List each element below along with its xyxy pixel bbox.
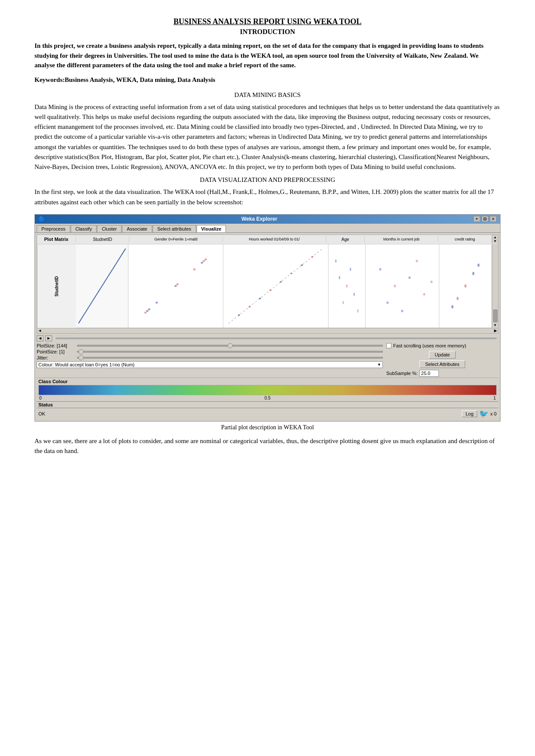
svg-point-2 — [146, 310, 148, 312]
svg-point-38 — [477, 263, 479, 267]
jitter-thumb[interactable] — [78, 355, 84, 360]
plot-matrix-body: StudnetID — [37, 244, 498, 328]
nav-right-button[interactable]: ► — [45, 335, 52, 341]
section1-body: Data Mining is the process of extracting… — [34, 102, 501, 172]
plot-col-age: Age — [326, 236, 365, 243]
svg-point-21 — [338, 276, 340, 279]
controls-row: PlotSize: [144] PointSize: [1] Jitter: — [37, 343, 498, 377]
svg-point-17 — [280, 281, 282, 283]
colour-dropdown-arrow: ▼ — [377, 362, 381, 367]
svg-point-15 — [259, 297, 261, 299]
controls-left: PlotSize: [144] PointSize: [1] Jitter: — [37, 343, 383, 369]
fast-scroll-row: Fast scrolling (uses more memory) — [386, 343, 498, 348]
colour-min: 0 — [39, 396, 42, 400]
svg-point-19 — [301, 264, 303, 266]
plot-cell-4 — [329, 244, 366, 328]
tab-associate[interactable]: Associate — [122, 225, 152, 232]
tab-preprocess[interactable]: Preprocess — [37, 225, 70, 232]
plot-col-gender: Gender 0=Femle 1=mald — [129, 236, 223, 242]
svg-point-26 — [357, 309, 358, 312]
tab-cluster[interactable]: Cluster — [97, 225, 122, 232]
weka-tabs: Preprocess Classify Cluster Associate Se… — [35, 224, 500, 233]
plot-row-label: StudnetID — [37, 244, 76, 328]
plot-matrix-area: Plot Matrix StudnetID Gender 0=Femle 1=m… — [37, 234, 498, 334]
svg-point-9 — [176, 283, 178, 285]
tab-classify[interactable]: Classify — [71, 225, 97, 232]
weka-close-button[interactable]: × — [490, 216, 497, 222]
scroll-indicator — [56, 337, 497, 339]
plot-scrollbar-v[interactable]: ▼ — [492, 244, 498, 328]
plot-cell-3 — [223, 244, 329, 328]
fast-scroll-label: Fast scrolling (uses more memory) — [393, 343, 466, 348]
pointsize-slider[interactable] — [77, 351, 383, 353]
svg-point-18 — [290, 272, 292, 274]
plot-col-months: Months in current job — [365, 236, 438, 242]
svg-point-28 — [379, 268, 381, 271]
subsample-input[interactable] — [419, 370, 439, 377]
status-right: Log 🐦 x 0 — [462, 409, 497, 419]
colour-dropdown[interactable]: Colour: Would accept loan 0=yes 1=no (Nu… — [37, 361, 383, 368]
weka-titlebar: 🔵 Weka Explorer + ⊡ × — [35, 215, 500, 224]
plot-scrollbar-right[interactable]: ▲ ▼ — [492, 235, 498, 244]
jitter-slider[interactable] — [77, 357, 383, 359]
svg-point-25 — [350, 268, 351, 271]
status-text: OK — [38, 411, 45, 416]
update-button[interactable]: Update — [429, 351, 455, 359]
section2-heading: DATA VISUALIZATION AND PREPROCESSING — [34, 176, 501, 184]
select-attributes-button[interactable]: Select Attributes — [419, 360, 465, 368]
svg-point-31 — [423, 293, 425, 296]
svg-point-35 — [430, 281, 432, 283]
weka-min-button[interactable]: + — [473, 216, 480, 222]
colour-dropdown-label: Colour: Would accept loan 0=yes 1=no (Nu… — [38, 362, 135, 367]
weka-max-button[interactable]: ⊡ — [482, 216, 488, 222]
plot-hscrollbar[interactable]: ◄ ▶ — [37, 328, 498, 333]
svg-point-6 — [201, 262, 203, 264]
weka-window: 🔵 Weka Explorer + ⊡ × Preprocess Classif… — [34, 214, 501, 422]
tab-visualize[interactable]: Visualize — [197, 225, 226, 232]
colour-gradient — [39, 385, 496, 395]
plot-col-studnetid: StudnetID — [76, 236, 129, 243]
plotsize-slider[interactable] — [77, 345, 383, 347]
log-button[interactable]: Log — [462, 410, 477, 417]
svg-point-14 — [248, 306, 250, 308]
svg-point-33 — [416, 259, 418, 262]
class-colour-section: Class Colour 0 0.5 1 — [37, 378, 498, 401]
pointsize-label: PointSize: [1] — [37, 349, 75, 354]
status-label: Status — [38, 402, 497, 407]
colour-ticks: 0 0.5 1 — [38, 396, 497, 400]
tab-select-attributes[interactable]: Select attributes — [153, 225, 196, 232]
svg-point-34 — [401, 309, 403, 312]
subsample-label: SubSample %: — [386, 371, 418, 376]
plot-col-hours: Hours worked 01/04/09 to 01/ — [223, 236, 326, 242]
subsample-row: SubSample %: — [386, 370, 498, 377]
section2-body: In the first step, we look at the data v… — [34, 187, 501, 207]
svg-line-1 — [81, 253, 123, 319]
plot-cell-6 — [439, 244, 492, 328]
svg-point-5 — [203, 260, 205, 262]
plot-nav-row: ◄ ► — [37, 335, 498, 341]
final-paragraph: As we can see, there are a lot of plots … — [34, 436, 501, 456]
plotsize-thumb[interactable] — [228, 343, 233, 348]
figure-caption: Partial plot description in WEKA Tool — [34, 424, 501, 431]
weka-content: Plot Matrix StudnetID Gender 0=Femle 1=m… — [35, 233, 500, 421]
svg-point-16 — [269, 289, 272, 291]
x-count: x 0 — [490, 411, 497, 416]
svg-point-30 — [408, 276, 410, 279]
plot-matrix-header: Plot Matrix StudnetID Gender 0=Femle 1=m… — [37, 235, 498, 244]
svg-point-22 — [346, 284, 347, 287]
pointsize-thumb[interactable] — [78, 349, 84, 354]
svg-point-36 — [451, 305, 454, 309]
jitter-label: Jitter: — [37, 355, 75, 360]
nav-left-button[interactable]: ◄ — [37, 335, 44, 341]
class-colour-label: Class Colour — [38, 379, 497, 384]
weka-window-title: Weka Explorer — [45, 216, 473, 222]
page-title: BUSINESS ANALYSIS REPORT USING WEKA TOOL — [34, 17, 501, 26]
plotsize-label: PlotSize: [144] — [37, 343, 75, 348]
svg-point-37 — [464, 284, 466, 287]
keywords-line: Keywords:Business Analysis, WEKA, Data m… — [34, 76, 501, 84]
fast-scroll-checkbox[interactable] — [386, 343, 391, 348]
select-attrs-row: Select Attributes — [386, 360, 498, 368]
svg-point-39 — [457, 297, 459, 300]
svg-point-23 — [353, 293, 354, 296]
svg-point-8 — [175, 285, 177, 287]
